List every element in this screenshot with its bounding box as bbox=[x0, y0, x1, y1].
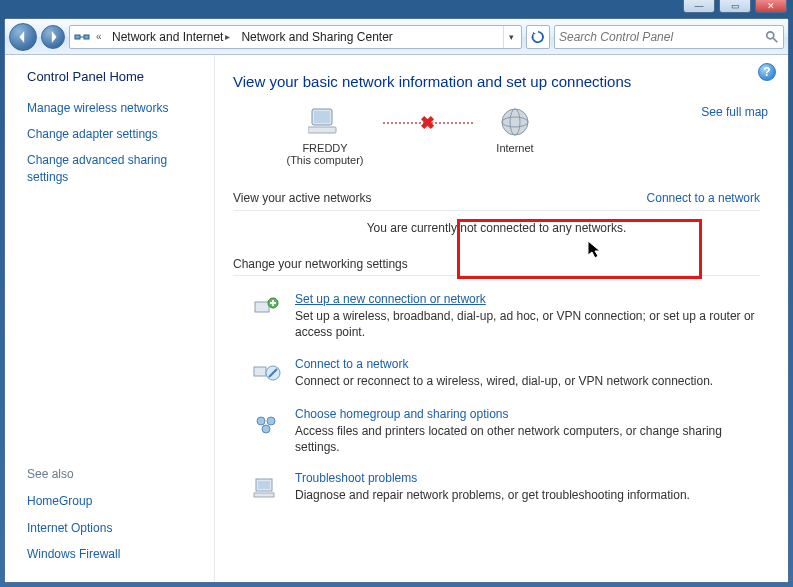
homegroup-icon bbox=[249, 407, 283, 441]
control-panel-home-link[interactable]: Control Panel Home bbox=[27, 69, 200, 84]
nav-back-button[interactable] bbox=[9, 23, 37, 51]
svg-point-13 bbox=[257, 417, 265, 425]
option-title[interactable]: Choose homegroup and sharing options bbox=[295, 407, 756, 421]
svg-rect-0 bbox=[75, 35, 80, 39]
connect-network-icon bbox=[249, 357, 283, 391]
sidebar-link-change-adapter[interactable]: Change adapter settings bbox=[27, 126, 200, 142]
option-title[interactable]: Connect to a network bbox=[295, 357, 756, 371]
svg-rect-17 bbox=[258, 481, 270, 489]
svg-rect-9 bbox=[255, 302, 269, 312]
search-box[interactable] bbox=[554, 25, 784, 49]
window-maximize-button[interactable]: ▭ bbox=[719, 0, 751, 13]
sidebar-link-manage-wireless[interactable]: Manage wireless networks bbox=[27, 100, 200, 116]
nav-forward-button[interactable] bbox=[41, 25, 65, 49]
option-title[interactable]: Troubleshoot problems bbox=[295, 471, 756, 485]
breadcrumb-seg-network-and-internet[interactable]: Network and Internet ▸ bbox=[108, 26, 237, 48]
not-connected-text: You are currently not connected to any n… bbox=[225, 215, 768, 249]
control-panel-window: « Network and Internet ▸ Network and Sha… bbox=[4, 18, 789, 583]
option-desc: Connect or reconnect to a wireless, wire… bbox=[295, 373, 756, 389]
see-also-heading: See also bbox=[27, 467, 200, 481]
breadcrumb-label: Network and Internet bbox=[112, 30, 223, 44]
node-computer-sub: (This computer) bbox=[265, 154, 385, 166]
chevron-right-icon: ▸ bbox=[225, 31, 233, 42]
search-input[interactable] bbox=[559, 30, 765, 44]
svg-rect-4 bbox=[314, 111, 330, 123]
network-map: See full map FREDDY (This computer) ✖ In… bbox=[265, 104, 768, 184]
window-close-button[interactable]: ✕ bbox=[755, 0, 787, 13]
computer-icon bbox=[307, 104, 343, 140]
connect-to-network-link[interactable]: Connect to a network bbox=[647, 190, 760, 206]
chevron-down-icon: ▾ bbox=[509, 32, 514, 42]
breadcrumb-dropdown-button[interactable]: ▾ bbox=[503, 26, 519, 48]
svg-rect-11 bbox=[254, 367, 266, 376]
sidebar-link-change-advanced-sharing[interactable]: Change advanced sharing settings bbox=[27, 152, 200, 184]
change-settings-heading: Change your networking settings bbox=[233, 257, 760, 276]
option-desc: Diagnose and repair network problems, or… bbox=[295, 487, 756, 503]
breadcrumb[interactable]: « Network and Internet ▸ Network and Sha… bbox=[69, 25, 522, 49]
active-networks-row: View your active networks Connect to a n… bbox=[233, 190, 760, 211]
page-title: View your basic network information and … bbox=[233, 73, 768, 90]
option-desc: Access files and printers located on oth… bbox=[295, 423, 756, 455]
troubleshoot-icon bbox=[249, 471, 283, 505]
sidebar-link-homegroup[interactable]: HomeGroup bbox=[27, 493, 200, 509]
help-button[interactable]: ? bbox=[758, 63, 776, 81]
option-troubleshoot[interactable]: Troubleshoot problems Diagnose and repai… bbox=[225, 465, 768, 515]
svg-point-14 bbox=[267, 417, 275, 425]
node-this-computer[interactable]: FREDDY (This computer) bbox=[265, 104, 385, 166]
network-icon bbox=[74, 29, 90, 45]
sidebar: Control Panel Home Manage wireless netwo… bbox=[5, 55, 215, 582]
see-full-map-link[interactable]: See full map bbox=[701, 104, 768, 120]
breadcrumb-label: Network and Sharing Center bbox=[241, 30, 392, 44]
breadcrumb-chevron-left[interactable]: « bbox=[92, 26, 108, 48]
svg-rect-18 bbox=[254, 493, 274, 497]
node-internet-label: Internet bbox=[455, 142, 575, 154]
svg-point-15 bbox=[262, 425, 270, 433]
option-title[interactable]: Set up a new connection or network bbox=[295, 292, 756, 306]
main-pane: ? View your basic network information an… bbox=[215, 55, 788, 582]
globe-icon bbox=[497, 104, 533, 140]
refresh-button[interactable] bbox=[526, 25, 550, 49]
sidebar-link-windows-firewall[interactable]: Windows Firewall bbox=[27, 546, 200, 562]
active-networks-label: View your active networks bbox=[233, 191, 372, 205]
svg-point-6 bbox=[502, 109, 528, 135]
option-setup-new-connection[interactable]: Set up a new connection or network Set u… bbox=[225, 286, 768, 350]
disconnected-x-icon: ✖ bbox=[420, 112, 435, 134]
option-desc: Set up a wireless, broadband, dial-up, a… bbox=[295, 308, 756, 340]
option-homegroup-sharing[interactable]: Choose homegroup and sharing options Acc… bbox=[225, 401, 768, 465]
breadcrumb-seg-network-sharing-center[interactable]: Network and Sharing Center bbox=[237, 26, 396, 48]
sidebar-link-internet-options[interactable]: Internet Options bbox=[27, 520, 200, 536]
setup-connection-icon bbox=[249, 292, 283, 326]
svg-rect-1 bbox=[84, 35, 89, 39]
option-connect-to-network[interactable]: Connect to a network Connect or reconnec… bbox=[225, 351, 768, 401]
search-icon bbox=[765, 30, 779, 44]
svg-point-2 bbox=[767, 31, 774, 38]
toolbar: « Network and Internet ▸ Network and Sha… bbox=[5, 19, 788, 55]
svg-rect-5 bbox=[308, 127, 336, 133]
node-internet[interactable]: Internet bbox=[455, 104, 575, 154]
window-minimize-button[interactable]: — bbox=[683, 0, 715, 13]
node-computer-name: FREDDY bbox=[265, 142, 385, 154]
content-area: Control Panel Home Manage wireless netwo… bbox=[5, 55, 788, 582]
